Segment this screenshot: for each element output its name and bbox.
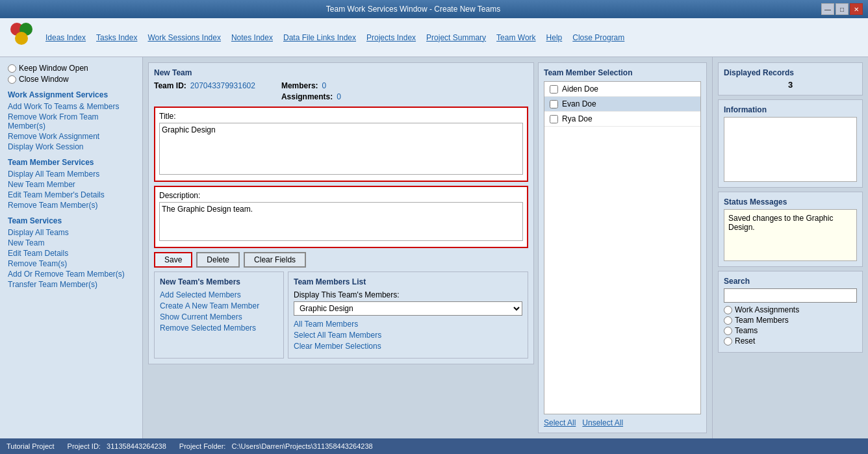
clear-fields-button[interactable]: Clear Fields	[244, 252, 306, 268]
search-radio-teams[interactable]: Teams	[724, 326, 857, 335]
sidebar-edit-team-member-details[interactable]: Edit Team Member's Details	[8, 190, 134, 199]
member-item-evan[interactable]: Evan Doe	[544, 97, 700, 112]
status-project-folder: Project Folder: C:\Users\Darren\Projects…	[179, 442, 373, 450]
assignments-meta: Assignments: 0	[281, 92, 341, 101]
close-button[interactable]: ✕	[850, 3, 863, 15]
team-select[interactable]: Graphic Design	[294, 301, 522, 316]
select-all-team-members-link[interactable]: Select All Team Members	[294, 331, 522, 340]
sidebar-edit-team-details[interactable]: Edit Team Details	[8, 249, 134, 258]
show-current-members-link[interactable]: Show Current Members	[160, 312, 278, 322]
search-radio-reset[interactable]: Reset	[724, 336, 857, 346]
sidebar-new-team[interactable]: New Team	[8, 238, 134, 247]
sidebar-add-remove-team-member[interactable]: Add Or Remove Team Member(s)	[8, 270, 134, 279]
save-button[interactable]: Save	[154, 252, 192, 268]
menu-tasks-index[interactable]: Tasks Index	[96, 33, 137, 42]
menu-close-program[interactable]: Close Program	[572, 33, 624, 42]
member-item-rya[interactable]: Rya Doe	[544, 112, 700, 127]
status-project-id: Project ID: 311358443264238	[68, 442, 166, 450]
search-radio-team-members[interactable]: Team Members	[724, 316, 857, 325]
menu-team-work[interactable]: Team Work	[496, 33, 535, 42]
title-textarea[interactable]	[159, 123, 523, 175]
menu-notes-index[interactable]: Notes Index	[231, 33, 273, 42]
displayed-records-title: Displayed Records	[724, 68, 857, 77]
team-member-services-title: Team Member Services	[8, 158, 134, 167]
new-team-meta: Team ID: 207043379931602 Members: 0 Assi…	[154, 81, 528, 101]
search-label-work-assignments: Work Assignments	[735, 305, 799, 314]
content-row: New Team Team ID: 207043379931602 Member…	[148, 62, 707, 433]
search-section: Search Work Assignments Team Members Tea…	[718, 271, 863, 353]
assignments-value: 0	[337, 92, 341, 101]
team-members-list-panel: Team Members List Display This Team's Me…	[288, 271, 528, 359]
sidebar-display-work-session[interactable]: Display Work Session	[8, 142, 134, 151]
remove-selected-members-link[interactable]: Remove Selected Members	[160, 323, 278, 333]
keep-window-open-label: Keep Window Open	[19, 64, 88, 73]
delete-button[interactable]: Delete	[196, 252, 240, 268]
menu-projects-index[interactable]: Projects Index	[366, 33, 416, 42]
title-description-form: Title:	[154, 107, 528, 182]
sidebar-remove-work-from-team[interactable]: Remove Work From Team Member(s)	[8, 112, 134, 131]
sidebar-remove-teams[interactable]: Remove Team(s)	[8, 259, 134, 268]
sidebar-remove-work-assignment[interactable]: Remove Work Assignment	[8, 132, 134, 141]
all-team-members-link[interactable]: All Team Members	[294, 320, 522, 329]
menu-help[interactable]: Help	[546, 33, 563, 42]
status-project-name: Tutorial Project	[6, 442, 55, 450]
description-section: Description:	[154, 186, 528, 252]
description-label: Description:	[159, 191, 523, 200]
members-meta: Members: 0	[281, 81, 341, 90]
member-checkbox-rya[interactable]	[550, 115, 558, 123]
sidebar-remove-team-member[interactable]: Remove Team Member(s)	[8, 201, 134, 210]
menu-work-sessions-index[interactable]: Work Sessions Index	[147, 33, 221, 42]
status-messages-title: Status Messages	[724, 197, 857, 207]
display-team-label: Display This Team's Members:	[294, 290, 522, 299]
app-logo	[5, 21, 38, 54]
new-team-panel: New Team Team ID: 207043379931602 Member…	[148, 62, 534, 364]
menu-data-file-links-index[interactable]: Data File Links Index	[283, 33, 356, 42]
new-team-members-panel: New Team's Members Add Selected Members …	[154, 271, 284, 359]
team-id-label: Team ID:	[154, 81, 186, 101]
menu-ideas-index[interactable]: Ideas Index	[45, 33, 86, 42]
unselect-all-link[interactable]: Unselect All	[582, 418, 623, 427]
member-checkbox-aiden[interactable]	[550, 85, 558, 94]
minimize-button[interactable]: —	[821, 3, 834, 15]
sidebar-display-all-team-members[interactable]: Display All Team Members	[8, 170, 134, 179]
bottom-panels: New Team's Members Add Selected Members …	[154, 271, 528, 359]
right-panel: Displayed Records 3 Information Status M…	[712, 57, 868, 438]
title-bar: Team Work Services Window - Create New T…	[0, 0, 868, 18]
members-value: 0	[322, 81, 327, 90]
create-new-team-member-link[interactable]: Create A New Team Member	[160, 301, 278, 310]
displayed-records-value: 3	[724, 80, 857, 90]
description-textarea[interactable]	[159, 202, 523, 241]
team-select-wrapper: Graphic Design	[294, 301, 522, 316]
search-radio-work-assignments[interactable]: Work Assignments	[724, 305, 857, 314]
status-bar: Tutorial Project Project ID: 31135844326…	[0, 438, 868, 454]
member-item-aiden[interactable]: Aiden Doe	[544, 82, 700, 97]
add-selected-members-link[interactable]: Add Selected Members	[160, 290, 278, 299]
information-content	[724, 117, 857, 182]
svg-point-2	[15, 32, 28, 45]
sidebar-new-team-member[interactable]: New Team Member	[8, 180, 134, 189]
search-input[interactable]	[724, 288, 857, 303]
maximize-button[interactable]: □	[836, 3, 849, 15]
team-services-title: Team Services	[8, 216, 134, 225]
sidebar-transfer-team-member[interactable]: Transfer Team Member(s)	[8, 280, 134, 289]
clear-member-selections-link[interactable]: Clear Member Selections	[294, 342, 522, 351]
window-options: Keep Window Open Close Window	[8, 64, 134, 84]
team-id-meta: Team ID: 207043379931602	[154, 81, 255, 101]
close-window-label: Close Window	[19, 75, 69, 84]
information-title: Information	[724, 105, 857, 114]
member-name-evan: Evan Doe	[562, 99, 596, 108]
search-label-team-members: Team Members	[735, 316, 789, 325]
title-label: Title:	[159, 112, 523, 121]
close-window-radio[interactable]: Close Window	[8, 75, 134, 84]
sidebar-display-all-teams[interactable]: Display All Teams	[8, 228, 134, 237]
team-members-list-header: Team Members List	[294, 277, 522, 286]
members-label: Members:	[281, 81, 318, 90]
member-checkbox-evan[interactable]	[550, 100, 558, 108]
menu-project-summary[interactable]: Project Summary	[426, 33, 486, 42]
sidebar-add-work-to-teams[interactable]: Add Work To Teams & Members	[8, 102, 134, 111]
left-content: New Team Team ID: 207043379931602 Member…	[148, 62, 534, 433]
select-all-link[interactable]: Select All	[544, 418, 576, 427]
information-section: Information	[718, 99, 863, 188]
search-title: Search	[724, 277, 857, 286]
keep-window-open-radio[interactable]: Keep Window Open	[8, 64, 134, 73]
